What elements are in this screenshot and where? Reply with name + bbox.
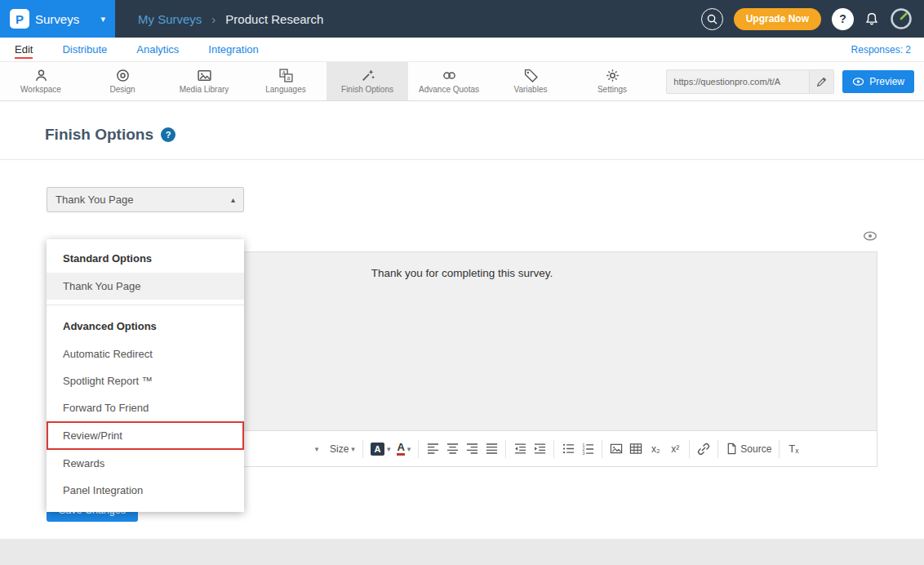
image-icon	[610, 443, 623, 455]
insert-table-button[interactable]	[626, 438, 646, 460]
superscript-icon: x²	[671, 443, 679, 455]
question-mark-icon: ?	[839, 12, 846, 25]
breadcrumb-my-surveys[interactable]: My Surveys	[138, 12, 202, 26]
finish-options-editor-section: Thank You Page ▴ Standard Options Thank …	[0, 187, 924, 522]
align-justify-button[interactable]	[482, 438, 501, 460]
source-button[interactable]: Source	[722, 438, 775, 460]
tab-edit[interactable]: Edit	[15, 38, 33, 61]
search-button[interactable]	[701, 8, 723, 30]
align-justify-icon	[486, 443, 498, 455]
decrease-indent-button[interactable]	[510, 438, 530, 460]
preview-thank-you-button[interactable]	[863, 230, 877, 243]
subscript-button[interactable]: x₂	[646, 438, 665, 460]
eye-icon	[852, 77, 864, 87]
bulleted-list-button[interactable]	[558, 438, 578, 460]
workspace-icon	[34, 69, 48, 82]
preview-button[interactable]: Preview	[842, 70, 914, 93]
ribbon-item-workspace[interactable]: Workspace	[0, 62, 82, 100]
bell-icon	[864, 12, 879, 26]
toolbar-separator	[779, 440, 780, 458]
survey-url-input[interactable]	[667, 77, 809, 87]
toolbar-separator	[553, 440, 554, 458]
help-button[interactable]: ?	[832, 8, 854, 30]
product-switcher[interactable]: P Surveys ▾	[0, 0, 115, 38]
svg-text:3: 3	[582, 451, 584, 455]
breadcrumb-separator: ›	[211, 12, 215, 26]
page-head: Finish Options ?	[0, 101, 924, 159]
eye-icon	[863, 230, 877, 242]
finish-option-select[interactable]: Thank You Page ▴	[47, 187, 244, 212]
insert-image-button[interactable]	[606, 438, 626, 460]
svg-text:a: a	[287, 75, 290, 81]
dropdown-item-spotlight-report[interactable]: Spotlight Report ™	[47, 367, 244, 394]
question-mark-icon: ?	[166, 130, 171, 140]
align-right-button[interactable]	[462, 438, 482, 460]
align-center-button[interactable]	[442, 438, 462, 460]
ribbon-item-advance-quotas[interactable]: Advance Quotas	[408, 62, 490, 100]
notifications-button[interactable]	[864, 12, 879, 26]
toolbar-separator	[689, 440, 690, 458]
numbered-list-button[interactable]: 123	[578, 438, 597, 460]
caret-down-icon: ▾	[387, 445, 391, 453]
gauge-icon	[890, 7, 913, 30]
responses-count[interactable]: Responses: 2	[851, 44, 911, 56]
toolbar-separator	[418, 440, 419, 458]
outdent-icon	[514, 443, 526, 455]
chevron-down-icon: ▾	[100, 14, 105, 24]
font-size-dropdown[interactable]: Size ▾	[327, 438, 358, 460]
subscript-icon: x₂	[651, 443, 660, 455]
dropdown-item-automatic-redirect[interactable]: Automatic Redirect	[47, 340, 244, 367]
align-left-button[interactable]	[423, 438, 442, 460]
remove-format-button[interactable]: Tₓ	[784, 438, 803, 460]
remove-format-icon: Tₓ	[789, 443, 798, 455]
increase-indent-button[interactable]	[530, 438, 549, 460]
edit-url-button[interactable]	[809, 70, 833, 93]
survey-url-box	[666, 69, 834, 94]
align-right-icon	[466, 443, 478, 455]
superscript-button[interactable]: x²	[665, 438, 685, 460]
settings-icon	[606, 69, 620, 82]
align-left-icon	[427, 443, 439, 455]
ribbon-item-settings[interactable]: Settings	[571, 62, 653, 100]
background-color-icon: A	[371, 443, 384, 456]
tab-distribute[interactable]: Distribute	[62, 38, 107, 61]
ribbon-item-languages[interactable]: Aa Languages	[245, 62, 327, 100]
toolbar-separator	[717, 440, 718, 458]
finish-option-dropdown-menu: Standard Options Thank You Page Advanced…	[47, 239, 244, 512]
ribbon-item-finish-options[interactable]: Finish Options	[327, 62, 408, 100]
section-tabs: Edit Distribute Analytics Integration Re…	[0, 38, 924, 62]
text-color-button[interactable]: A ▾	[393, 438, 414, 460]
numbered-list-icon: 123	[582, 443, 594, 455]
dropdown-item-rewards[interactable]: Rewards	[47, 450, 244, 477]
topbar-actions: Upgrade Now ?	[701, 7, 924, 30]
upgrade-now-button[interactable]: Upgrade Now	[734, 8, 821, 30]
dropdown-item-forward-to-friend[interactable]: Forward To Friend	[47, 394, 244, 421]
tab-integration[interactable]: Integration	[208, 38, 258, 61]
background-color-button[interactable]: A ▾	[367, 438, 394, 460]
ribbon-item-media-library[interactable]: Media Library	[163, 62, 245, 100]
caret-down-icon: ▾	[315, 445, 319, 453]
page-help-button[interactable]: ?	[161, 127, 175, 142]
dropdown-divider	[47, 305, 244, 305]
tab-analytics[interactable]: Analytics	[136, 38, 179, 61]
align-center-icon	[446, 443, 459, 455]
dropdown-item-thank-you-page[interactable]: Thank You Page	[47, 273, 244, 300]
page-title: Finish Options	[45, 126, 153, 144]
ribbon-item-variables[interactable]: Variables	[490, 62, 571, 100]
table-icon	[629, 443, 642, 455]
dropdown-item-review-print[interactable]: Review/Print	[47, 421, 244, 450]
design-icon	[116, 69, 130, 82]
questionpro-logo: P	[10, 9, 29, 29]
insert-link-button[interactable]	[694, 438, 713, 460]
languages-icon: Aa	[279, 69, 293, 82]
edit-ribbon: Workspace Design Media Library Aa Langua…	[0, 62, 924, 101]
paragraph-format-dropdown[interactable]: ▾	[307, 438, 327, 460]
dropdown-item-panel-integration[interactable]: Panel Integration	[47, 477, 244, 504]
ribbon-item-design[interactable]: Design	[82, 62, 163, 100]
pencil-icon	[816, 76, 828, 87]
logo-letter: P	[16, 12, 24, 26]
text-color-icon: A	[397, 442, 404, 456]
title-divider	[0, 159, 924, 160]
top-bar: P Surveys ▾ My Surveys › Product Researc…	[0, 0, 924, 38]
survey-health-button[interactable]	[890, 7, 913, 30]
